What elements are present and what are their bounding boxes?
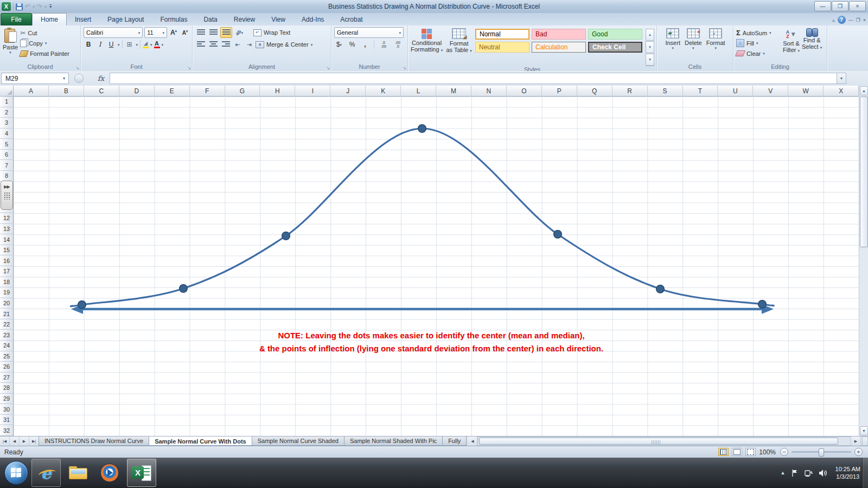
page-layout-view-button[interactable] <box>732 448 742 456</box>
font-size-select[interactable]: 11▾ <box>144 27 167 38</box>
show-desktop-button[interactable] <box>862 458 868 488</box>
tab-home[interactable]: Home <box>32 13 67 25</box>
column-header-X[interactable]: X <box>824 86 859 97</box>
column-header-K[interactable]: K <box>366 86 401 97</box>
chevron-down-icon[interactable]: ▾ <box>162 43 164 47</box>
row-header-8[interactable]: 8 <box>0 171 14 182</box>
name-box[interactable]: M29 ▾ <box>1 73 69 84</box>
tab-view[interactable]: View <box>263 14 293 25</box>
style-check-cell[interactable]: Check Cell <box>588 42 642 53</box>
tab-file[interactable]: File <box>1 13 32 25</box>
column-header-E[interactable]: E <box>155 86 190 97</box>
font-color-button[interactable]: A <box>154 41 160 48</box>
style-normal[interactable]: Normal <box>475 29 529 40</box>
tab-split-handle[interactable] <box>862 436 868 446</box>
row-header-14[interactable]: 14 <box>0 234 14 245</box>
fill-button[interactable]: ↓ Fill▾ <box>736 38 781 48</box>
column-header-L[interactable]: L <box>401 86 436 97</box>
zoom-slider-thumb[interactable] <box>819 448 824 457</box>
row-header-6[interactable]: 6 <box>0 150 14 160</box>
borders-button[interactable]: ⊞ <box>125 40 135 49</box>
tab-acrobat[interactable]: Acrobat <box>332 14 371 25</box>
chevron-down-icon[interactable]: ▾ <box>60 76 68 81</box>
customize-qat-icon[interactable]: ▾ <box>49 4 52 9</box>
row-header-15[interactable]: 15 <box>0 245 14 256</box>
style-good[interactable]: Good <box>588 29 642 40</box>
horizontal-scroll-thumb[interactable] <box>479 438 838 445</box>
fill-color-button[interactable]: ◢ <box>143 41 149 48</box>
row-header-30[interactable]: 30 <box>0 404 14 415</box>
style-neutral[interactable]: Neutral <box>475 42 529 53</box>
save-icon[interactable] <box>16 3 23 10</box>
column-header-C[interactable]: C <box>84 86 119 97</box>
column-header-F[interactable]: F <box>190 86 225 97</box>
row-header-13[interactable]: 13 <box>0 224 14 235</box>
column-header-G[interactable]: G <box>225 86 260 97</box>
chevron-down-icon[interactable]: ▾ <box>118 43 120 47</box>
row-header-17[interactable]: 17 <box>0 266 14 277</box>
help-icon[interactable]: ? <box>838 16 846 24</box>
autosum-button[interactable]: Σ AutoSum▾ <box>736 28 781 37</box>
chevron-down-icon[interactable]: ▾ <box>136 43 138 47</box>
bold-button[interactable]: B <box>84 40 93 49</box>
page-break-view-button[interactable] <box>745 448 756 456</box>
close-button[interactable]: × <box>849 1 866 11</box>
row-header-27[interactable]: 27 <box>0 373 14 383</box>
row-header-1[interactable]: 1 <box>0 97 14 107</box>
doc-restore-icon[interactable]: ❐ <box>856 17 860 23</box>
chevron-down-icon[interactable]: ▾ <box>33 4 35 9</box>
tab-add-ins[interactable]: Add-Ins <box>293 14 332 25</box>
column-header-O[interactable]: O <box>507 86 542 97</box>
align-left-button[interactable] <box>195 40 206 49</box>
column-header-P[interactable]: P <box>542 86 577 97</box>
sort-filter-button[interactable]: AZ ▼ Sort & Filter ▾ <box>783 27 800 63</box>
align-bottom-button[interactable] <box>220 27 232 38</box>
sheet-tab-sample-normal-shaded-with-pic[interactable]: Sample Normal Shaded With Pic <box>344 436 443 446</box>
dialog-launcher-icon[interactable]: ↘ <box>326 66 330 70</box>
row-header-29[interactable]: 29 <box>0 394 14 404</box>
zoom-out-icon[interactable]: − <box>780 448 788 456</box>
row-header-7[interactable]: 7 <box>0 160 14 171</box>
increase-indent-button[interactable]: ⇥ <box>244 40 254 49</box>
doc-minimize-icon[interactable]: — <box>848 17 853 23</box>
column-header-M[interactable]: M <box>436 86 471 97</box>
paste-button[interactable]: Paste ▾ <box>3 27 18 63</box>
column-header-Q[interactable]: Q <box>577 86 612 97</box>
orientation-button[interactable]: ab▾ <box>234 28 245 37</box>
start-button[interactable] <box>4 461 28 485</box>
shrink-font-button[interactable]: A▾ <box>180 28 190 37</box>
copy-button[interactable]: Copy ▾ <box>20 38 69 48</box>
row-header-3[interactable]: 3 <box>0 118 14 129</box>
sheet-tab-fully[interactable]: Fully <box>442 436 467 446</box>
dialog-launcher-icon[interactable]: ↘ <box>75 66 79 70</box>
clock[interactable]: 10:25 AM 1/3/2013 <box>835 465 860 480</box>
chevron-down-icon[interactable]: ▾ <box>44 4 47 9</box>
number-format-select[interactable]: General▾ <box>334 27 404 38</box>
tab-data[interactable]: Data <box>195 14 225 25</box>
sheet-tab-instructions-draw-normal-curve[interactable]: INSTRUCTIONS Draw Normal Curve <box>39 436 149 446</box>
zoom-in-icon[interactable]: + <box>854 448 863 456</box>
column-header-W[interactable]: W <box>788 86 824 97</box>
find-select-button[interactable]: Find & Select ▾ <box>802 27 822 63</box>
row-header-22[interactable]: 22 <box>0 319 14 330</box>
undo-icon[interactable]: ↶ <box>25 3 30 10</box>
row-header-28[interactable]: 28 <box>0 383 14 394</box>
formula-input[interactable] <box>110 73 837 84</box>
row-header-20[interactable]: 20 <box>0 298 14 309</box>
chevron-down-icon[interactable]: ▾ <box>150 43 152 47</box>
row-header-16[interactable]: 16 <box>0 255 14 266</box>
dialog-launcher-icon[interactable]: ↘ <box>403 66 406 70</box>
percent-format-button[interactable]: % <box>347 40 357 49</box>
wrap-text-button[interactable]: ↵ Wrap Text <box>253 29 290 36</box>
action-center-flag-icon[interactable] <box>791 469 799 477</box>
taskbar-excel[interactable]: X <box>127 459 156 487</box>
insert-function-button[interactable]: fx <box>98 74 104 82</box>
row-header-4[interactable]: 4 <box>0 129 14 139</box>
cut-button[interactable]: ✂ Cut <box>20 28 69 37</box>
currency-format-button[interactable]: $▾ <box>334 40 344 49</box>
hscroll-left-icon[interactable]: ◀ <box>468 436 477 446</box>
expand-formula-bar-icon[interactable]: ▾ <box>837 73 846 84</box>
scroll-down-icon[interactable]: ▼ <box>860 426 868 435</box>
column-header-S[interactable]: S <box>648 86 683 97</box>
style-calculation[interactable]: Calculation <box>532 42 586 53</box>
